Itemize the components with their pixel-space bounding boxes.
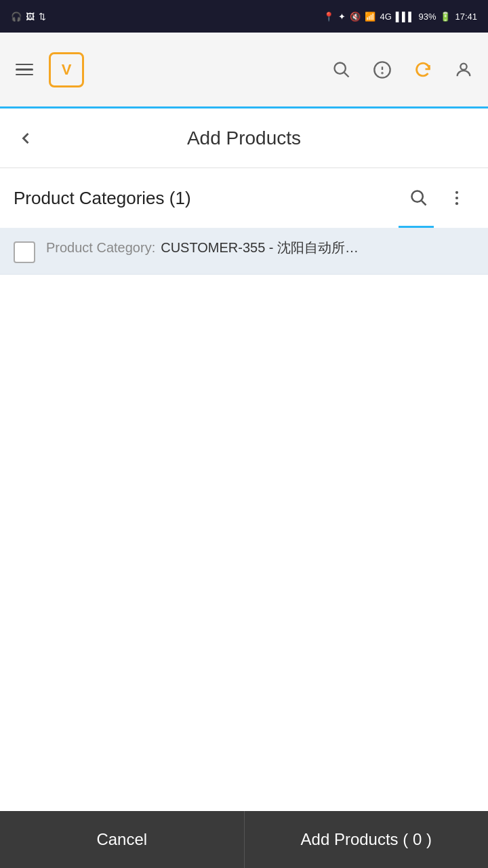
status-left: 🎧 🖼 ⇅ <box>11 12 46 22</box>
svg-point-10 <box>455 202 458 205</box>
list-area: Product Category: CUSTOMER-355 - 沈阳自动所… <box>0 228 488 275</box>
back-icon <box>16 129 35 148</box>
profile-button[interactable] <box>446 52 481 87</box>
bluetooth-icon: ✦ <box>338 12 346 22</box>
search-icon <box>332 60 351 79</box>
alert-icon <box>373 60 392 79</box>
search-underline <box>399 226 434 228</box>
hamburger-icon <box>16 74 33 76</box>
search-button[interactable] <box>324 52 359 87</box>
list-item: Product Category: CUSTOMER-355 - 沈阳自动所… <box>0 228 488 275</box>
battery-level: 93% <box>418 12 436 22</box>
more-options-button[interactable] <box>439 180 474 216</box>
status-bar: 🎧 🖼 ⇅ 📍 ✦ 🔇 📶 4G ▌▌▌ 93% 🔋 17:41 <box>0 0 488 33</box>
wifi-icon: 📶 <box>365 12 375 22</box>
item-checkbox[interactable] <box>14 241 35 263</box>
cancel-button[interactable]: Cancel <box>0 811 245 868</box>
categories-header: Product Categories (1) <box>0 168 488 228</box>
content-area <box>0 275 488 749</box>
status-right: 📍 ✦ 🔇 📶 4G ▌▌▌ 93% 🔋 17:41 <box>323 12 477 22</box>
categories-actions <box>401 180 474 216</box>
nav-left: V <box>7 48 88 92</box>
categories-label: Product Categories <box>14 188 165 208</box>
nav-bar: V <box>0 33 488 108</box>
back-button[interactable] <box>11 123 41 153</box>
menu-button[interactable] <box>7 52 42 87</box>
svg-point-6 <box>412 191 423 202</box>
headphone-icon: 🎧 <box>11 12 22 22</box>
logo-text: V <box>62 61 72 79</box>
mute-icon: 🔇 <box>350 12 361 22</box>
signal-bars: ▌▌▌ <box>396 12 415 22</box>
clock: 17:41 <box>455 12 477 22</box>
refresh-icon <box>413 60 432 79</box>
svg-line-7 <box>422 201 426 205</box>
svg-point-9 <box>455 197 458 199</box>
categories-count-val: (1) <box>169 188 191 208</box>
page-header: Add Products <box>0 108 488 168</box>
svg-point-5 <box>460 63 466 69</box>
svg-line-1 <box>344 73 348 77</box>
image-icon: 🖼 <box>26 12 35 22</box>
item-label: Product Category: <box>46 240 155 256</box>
location-icon: 📍 <box>323 12 334 22</box>
item-value: CUSTOMER-355 - 沈阳自动所… <box>161 239 359 257</box>
svg-point-4 <box>382 73 382 73</box>
logo-box: V <box>49 52 84 87</box>
refresh-button[interactable] <box>405 52 441 87</box>
alert-button[interactable] <box>365 52 400 87</box>
item-content: Product Category: CUSTOMER-355 - 沈阳自动所… <box>46 239 474 257</box>
more-options-icon <box>447 189 466 208</box>
network-label: 4G <box>380 12 391 22</box>
categories-title: Product Categories (1) <box>14 188 191 209</box>
page-title: Add Products <box>41 127 447 149</box>
svg-point-0 <box>335 62 346 73</box>
categories-search-button[interactable] <box>401 180 436 216</box>
add-products-button[interactable]: Add Products ( 0 ) <box>245 811 489 868</box>
transfer-icon: ⇅ <box>39 12 46 22</box>
item-row: Product Category: CUSTOMER-355 - 沈阳自动所… <box>46 239 474 257</box>
app-logo: V <box>45 48 88 92</box>
profile-icon <box>454 60 473 79</box>
hamburger-icon <box>16 68 33 71</box>
categories-search-icon <box>409 189 428 208</box>
battery-icon: 🔋 <box>440 12 451 22</box>
svg-point-8 <box>455 191 458 194</box>
hamburger-icon <box>16 64 33 66</box>
bottom-bar: Cancel Add Products ( 0 ) <box>0 811 488 868</box>
nav-right <box>324 52 481 87</box>
